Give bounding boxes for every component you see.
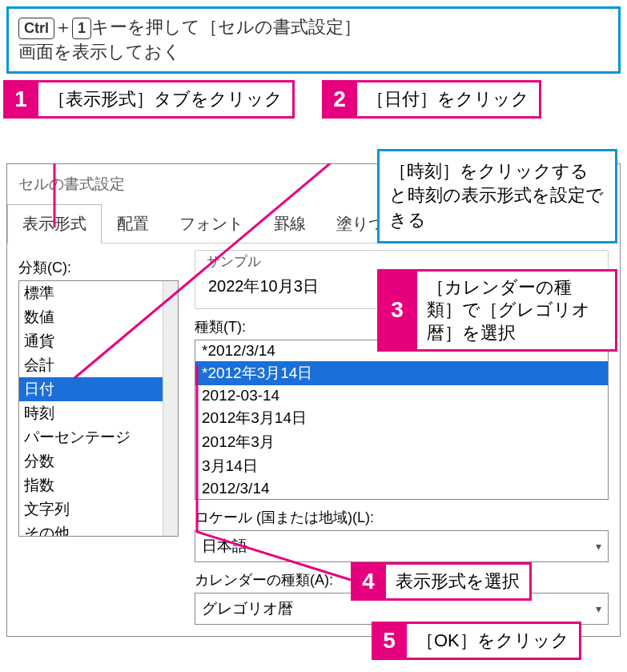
key-ctrl: Ctrl xyxy=(18,18,54,39)
cat-fraction[interactable]: 分数 xyxy=(19,449,178,473)
callout-1-num: 1 xyxy=(3,80,38,119)
callout-2-num: 2 xyxy=(322,80,357,119)
callout-3: 3 ［カレンダーの種類］で［グレゴリオ暦］を選択 xyxy=(377,269,617,352)
cat-scientific[interactable]: 指数 xyxy=(19,473,178,497)
tab-alignment[interactable]: 配置 xyxy=(102,204,164,243)
type-4[interactable]: 2012年3月 xyxy=(195,430,608,454)
type-listbox[interactable]: *2012/3/14 *2012年3月14日 2012-03-14 2012年3… xyxy=(195,340,609,500)
callout-3-num: 3 xyxy=(377,269,417,352)
locale-combo[interactable]: 日本語 xyxy=(195,530,609,562)
type-3[interactable]: 2012年3月14日 xyxy=(195,406,608,430)
intro-text-1: キーを押して［セルの書式設定］ xyxy=(91,17,361,37)
cat-currency[interactable]: 通貨 xyxy=(19,329,178,353)
key-1: 1 xyxy=(72,18,91,39)
cat-accounting[interactable]: 会計 xyxy=(19,353,178,377)
callout-5: 5 ［OK］をクリック xyxy=(372,622,581,660)
note-time: ［時刻］をクリックすると時刻の表示形式を設定できる xyxy=(377,149,617,243)
cat-text[interactable]: 文字列 xyxy=(19,497,178,521)
note-time-text: ［時刻］をクリックすると時刻の表示形式を設定できる xyxy=(389,161,604,231)
callout-2: 2 ［日付］をクリック xyxy=(322,80,541,119)
locale-label: ロケール (国または地域)(L): xyxy=(195,508,609,527)
callout-3-text: ［カレンダーの種類］で［グレゴリオ暦］を選択 xyxy=(417,269,617,352)
calendar-value: グレゴリオ暦 xyxy=(202,598,293,619)
callout-4: 4 表示形式を選択 xyxy=(351,562,532,601)
sample-label: サンプル xyxy=(203,254,264,269)
callout-1-text: ［表示形式］タブをクリック xyxy=(38,80,295,119)
intro-text-2: 画面を表示しておく xyxy=(18,42,181,62)
plus: ＋ xyxy=(54,17,72,37)
cat-number[interactable]: 数値 xyxy=(19,305,178,329)
callout-5-num: 5 xyxy=(372,622,407,660)
type-6[interactable]: 2012/3/14 xyxy=(195,478,608,499)
type-1[interactable]: *2012年3月14日 xyxy=(195,361,608,385)
category-listbox[interactable]: 標準 数値 通貨 会計 日付 時刻 パーセンテージ 分数 指数 文字列 その他 … xyxy=(18,280,179,537)
tab-font[interactable]: フォント xyxy=(164,204,259,243)
cat-percent[interactable]: パーセンテージ xyxy=(19,425,178,449)
type-2[interactable]: 2012-03-14 xyxy=(195,385,608,406)
cat-time[interactable]: 時刻 xyxy=(19,401,178,425)
callout-5-text: ［OK］をクリック xyxy=(407,622,581,660)
category-label: 分類(C): xyxy=(18,258,179,277)
callout-2-text: ［日付］をクリック xyxy=(357,80,541,119)
type-5[interactable]: 3月14日 xyxy=(195,454,608,478)
cat-standard[interactable]: 標準 xyxy=(19,281,178,305)
locale-value: 日本語 xyxy=(202,536,247,557)
tab-border[interactable]: 罫線 xyxy=(259,204,321,243)
prereq-box: Ctrl＋1キーを押して［セルの書式設定］ 画面を表示しておく xyxy=(6,6,621,74)
tab-number-format[interactable]: 表示形式 xyxy=(7,204,102,243)
callout-1: 1 ［表示形式］タブをクリック xyxy=(3,80,295,119)
cat-date[interactable]: 日付 xyxy=(19,377,178,401)
callout-4-text: 表示形式を選択 xyxy=(386,562,532,601)
callout-4-num: 4 xyxy=(351,562,386,601)
cat-other[interactable]: その他 xyxy=(19,521,178,537)
